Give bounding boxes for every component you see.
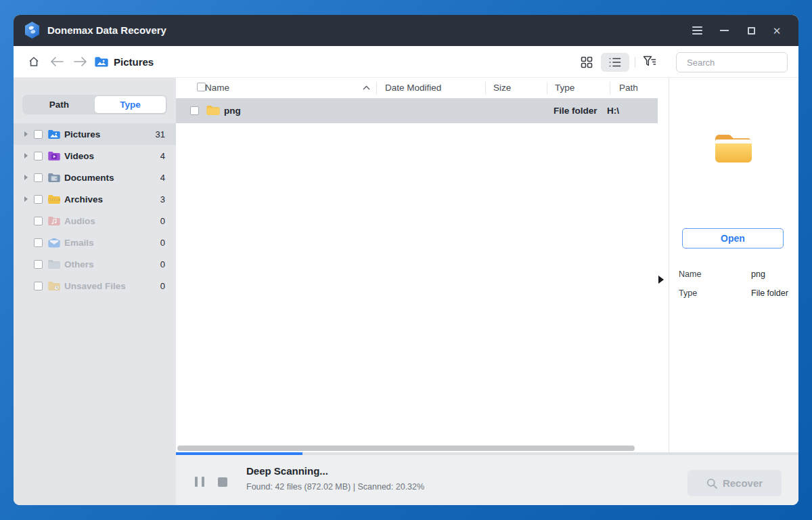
item-count: 4 [160,173,165,183]
expand-arrow-icon[interactable] [24,196,28,202]
checkbox[interactable] [34,152,43,160]
list-view-icon [609,57,621,68]
recover-search-icon [706,478,717,489]
search-box[interactable] [676,52,788,72]
app-title: Donemax Data Recovery [47,24,166,36]
sidebar-item-others[interactable]: Others 0 [14,253,176,275]
checkbox[interactable] [34,217,43,225]
toolbar-divider [635,57,635,68]
breadcrumb[interactable]: Pictures [114,56,154,68]
videos-folder-icon [47,150,61,162]
row-type: File folder [554,106,597,116]
close-icon[interactable]: ✕ [763,15,790,46]
table-header: Name Date Modified Size Type Path [176,78,669,98]
menu-icon[interactable] [683,15,710,46]
row-path: H:\ [607,106,619,116]
desktop-background: Donemax Data Recovery ✕ Pictures [0,0,812,520]
preview-folder-icon [712,130,755,167]
tab-type[interactable]: Type [95,96,166,113]
sidebar-item-videos[interactable]: Videos 4 [14,145,176,167]
status-bar: Deep Scanning... Found: 42 files (872.02… [176,455,798,505]
file-list: Name Date Modified Size Type Path png Fi… [176,78,669,455]
scan-status-title: Deep Scanning... [246,465,328,477]
checkbox[interactable] [34,130,43,139]
emails-icon [47,237,61,248]
toolbar: Pictures [14,46,798,78]
tab-path[interactable]: Path [24,96,95,113]
column-header-path[interactable]: Path [619,83,638,93]
sidebar-item-documents[interactable]: Documents 4 [14,167,176,188]
folder-icon [206,104,221,116]
sidebar-tab-switch: Path Type [22,95,167,114]
pictures-folder-icon [93,53,110,70]
expand-arrow-icon[interactable] [24,175,28,180]
pause-icon[interactable] [195,477,204,487]
unsaved-files-icon [47,280,61,292]
detail-name: Name png [679,269,794,279]
scan-status-detail: Found: 42 files (872.02 MB) | Scanned: 2… [246,482,424,492]
documents-folder-icon [47,172,61,183]
grid-view-button[interactable] [572,53,601,72]
title-bar: Donemax Data Recovery ✕ [14,15,798,46]
expand-arrow-icon[interactable] [24,131,28,137]
horizontal-scrollbar[interactable] [177,446,635,451]
sidebar-item-emails[interactable]: Emails 0 [14,232,176,253]
checkbox[interactable] [34,195,43,204]
list-view-button[interactable] [601,53,629,72]
checkbox[interactable] [34,260,43,269]
item-count: 0 [160,281,165,291]
preview-panel: Open Name png Type File folder [669,78,798,455]
column-header-size[interactable]: Size [493,83,511,93]
column-header-date-modified[interactable]: Date Modified [385,83,441,93]
recover-button[interactable]: Recover [687,470,782,496]
stop-icon[interactable] [218,477,227,487]
item-count: 3 [160,194,165,204]
maximize-icon[interactable] [738,15,765,46]
sidebar-item-archives[interactable]: Archives 3 [14,188,176,210]
sort-asc-icon[interactable] [363,85,370,90]
collapse-panel-icon[interactable] [658,276,664,284]
others-folder-icon [47,259,61,270]
checkbox[interactable] [34,238,43,247]
app-window: Donemax Data Recovery ✕ Pictures [14,15,798,505]
pictures-folder-icon [47,129,61,140]
sidebar-item-pictures[interactable]: Pictures 31 [14,123,176,145]
item-count: 0 [160,216,165,226]
checkbox[interactable] [34,282,43,290]
app-logo-icon [23,21,41,39]
table-row[interactable]: png File folder H:\ [176,98,658,123]
open-button[interactable]: Open [682,228,784,248]
search-input[interactable] [687,58,798,68]
column-header-type[interactable]: Type [555,83,574,93]
archives-folder-icon [47,194,61,205]
item-count: 31 [156,129,165,139]
item-count: 4 [160,151,165,161]
checkbox[interactable] [34,173,43,182]
forward-icon[interactable] [72,53,89,70]
item-count: 0 [160,238,165,248]
home-icon[interactable] [26,53,42,70]
item-count: 0 [160,259,165,269]
row-checkbox[interactable] [190,106,199,115]
expand-arrow-icon[interactable] [24,153,28,158]
sidebar: Path Type Pictures 31 Videos 4 [14,78,176,505]
detail-type: Type File folder [679,288,794,298]
column-header-name[interactable]: Name [205,83,229,93]
filter-icon[interactable] [641,53,658,70]
sidebar-item-unsaved-files[interactable]: Unsaved Files 0 [14,275,176,297]
audios-folder-icon [47,215,61,227]
grid-view-icon [581,56,593,68]
sidebar-item-audios[interactable]: Audios 0 [14,210,176,232]
back-icon[interactable] [49,53,65,70]
row-name: png [224,106,241,116]
minimize-icon[interactable] [710,15,738,46]
